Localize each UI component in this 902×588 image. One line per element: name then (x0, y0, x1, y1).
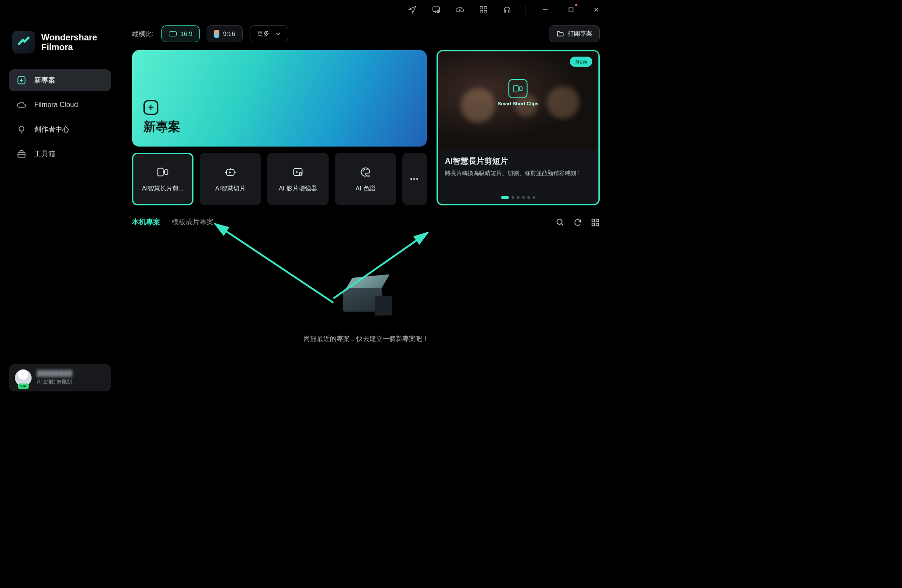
tool-label: AI 影片增強器 (279, 185, 317, 193)
folder-icon (556, 30, 564, 38)
aspect-ratio-bar: 縱橫比: 16:9 9:16 更多 打開專案 (132, 25, 600, 42)
search-icon[interactable] (556, 218, 565, 229)
sidebar-item-label: 工具箱 (34, 150, 55, 159)
svg-rect-26 (592, 223, 595, 226)
svg-text:AI: AI (367, 174, 370, 177)
tool-ai-smart-cut[interactable]: AI智慧切片 (200, 153, 261, 205)
svg-rect-22 (520, 87, 523, 91)
svg-point-19 (366, 169, 368, 170)
send-icon[interactable] (405, 3, 419, 17)
refresh-icon[interactable] (573, 218, 582, 229)
vip-badge: VIP (18, 384, 29, 389)
svg-point-23 (557, 219, 562, 224)
svg-rect-6 (569, 7, 573, 11)
project-tabs: 本机專案 模板成片專案 (132, 218, 600, 229)
palette-ai-icon: AI (359, 165, 372, 179)
new-badge: New (570, 57, 592, 67)
svg-rect-3 (484, 7, 487, 9)
plus-icon: + (143, 100, 158, 115)
svg-rect-10 (158, 168, 163, 176)
svg-rect-21 (514, 86, 519, 92)
tool-ai-long-to-short[interactable]: AI智慧长片剪... (132, 153, 193, 205)
chevron-down-icon (276, 31, 281, 36)
new-project-card[interactable]: + 新專案 (132, 50, 427, 147)
lightbulb-icon (17, 125, 26, 134)
robot-play-icon (224, 165, 237, 179)
tool-more[interactable]: ••• (402, 153, 427, 205)
window-close[interactable] (588, 3, 604, 17)
aspect-more-dropdown[interactable]: 更多 (250, 25, 288, 42)
logo-mark-icon (12, 31, 35, 54)
sidebar-item-label: Filmora Cloud (34, 101, 78, 109)
new-project-title: 新專案 (143, 118, 415, 135)
support-headset-icon[interactable] (500, 3, 514, 17)
svg-point-14 (234, 172, 236, 173)
svg-rect-2 (480, 7, 483, 9)
promo-caption: Smart Short Clips (498, 101, 539, 106)
apps-grid-icon[interactable] (476, 3, 490, 17)
tool-label: AI智慧切片 (215, 185, 245, 193)
empty-message: 尚無最近的專案，快去建立一個新專案吧！ (304, 335, 429, 343)
empty-state: 尚無最近的專案，快去建立一個新專案吧！ (132, 229, 600, 391)
svg-point-17 (362, 170, 364, 172)
sidebar-item-new-project[interactable]: 新專案 (9, 69, 111, 91)
feature-promo-card[interactable]: New Smart Short Clips AI智慧長片剪短片 將長片轉換為吸睛… (437, 50, 600, 205)
main-area: 縱橫比: 16:9 9:16 更多 打開專案 + 新專案 (120, 19, 612, 399)
sidebar: Wondershare Filmora 新專案 Filmora Cloud 創作… (0, 19, 120, 399)
grid-view-icon[interactable] (591, 218, 600, 229)
cloud-download-icon[interactable] (453, 3, 467, 17)
svg-rect-24 (592, 219, 595, 222)
landscape-rect-icon (169, 31, 177, 36)
aspect-16-9[interactable]: 16:9 (161, 25, 200, 42)
clip-convert-icon (508, 79, 528, 98)
svg-rect-25 (596, 219, 599, 222)
svg-point-13 (225, 172, 226, 173)
message-icon[interactable] (429, 3, 443, 17)
sidebar-item-label: 創作者中心 (34, 125, 69, 134)
promo-thumbnail: New Smart Short Clips (438, 51, 598, 150)
cloud-icon (17, 100, 26, 110)
svg-point-8 (19, 126, 24, 131)
account-card[interactable]: VIP ████████ AI 點數: 無限制 (9, 364, 111, 391)
aspect-ratio-label: 縱橫比: (132, 30, 154, 38)
titlebar-separator (526, 5, 526, 14)
window-minimize[interactable] (537, 3, 553, 17)
svg-rect-5 (484, 11, 487, 13)
tab-local-projects[interactable]: 本机專案 (132, 218, 160, 229)
carousel-dots[interactable] (501, 196, 535, 199)
open-project-button[interactable]: 打開專案 (549, 25, 600, 42)
titlebar (0, 0, 612, 19)
enhance-icon (291, 165, 304, 179)
sidebar-item-toolbox[interactable]: 工具箱 (9, 143, 111, 165)
tool-ai-enhancer[interactable]: AI 影片增強器 (267, 153, 329, 205)
toolbox-icon (17, 149, 26, 159)
account-name: ████████ (37, 370, 73, 376)
svg-point-18 (364, 169, 365, 170)
sidebar-item-cloud[interactable]: Filmora Cloud (9, 94, 111, 116)
svg-rect-4 (480, 11, 483, 13)
empty-box-icon (340, 276, 392, 324)
window-maximize[interactable] (563, 3, 579, 17)
account-credits: AI 點數: 無限制 (37, 378, 73, 386)
plus-square-icon (17, 75, 26, 85)
promo-title: AI智慧長片剪短片 (445, 156, 591, 166)
logo-text: Wondershare Filmora (41, 32, 97, 52)
ellipsis-icon: ••• (408, 172, 421, 186)
tab-template-projects[interactable]: 模板成片專案 (172, 218, 214, 229)
sidebar-nav: 新專案 Filmora Cloud 創作者中心 工具箱 (9, 69, 111, 165)
promo-description: 將長片轉換為吸睛短片。切割、修剪並凸顯精彩時刻！ (445, 169, 591, 178)
tool-label: AI 色譜 (355, 185, 375, 193)
sidebar-item-creator-hub[interactable]: 創作者中心 (9, 118, 111, 140)
aspect-9-16[interactable]: 9:16 (207, 25, 242, 42)
app-window: Wondershare Filmora 新專案 Filmora Cloud 創作… (0, 0, 612, 399)
tool-ai-color[interactable]: AI AI 色譜 (335, 153, 396, 205)
svg-rect-27 (596, 223, 599, 226)
clip-convert-icon (156, 165, 169, 179)
app-logo: Wondershare Filmora (9, 27, 111, 66)
ai-tools-row: AI智慧长片剪... AI智慧切片 AI 影片增強器 AI AI 色譜 (132, 153, 427, 205)
sidebar-item-label: 新專案 (34, 76, 55, 85)
tool-label: AI智慧长片剪... (142, 185, 184, 193)
svg-rect-11 (165, 170, 168, 175)
svg-rect-9 (18, 152, 25, 157)
portrait-rect-icon (214, 30, 219, 38)
